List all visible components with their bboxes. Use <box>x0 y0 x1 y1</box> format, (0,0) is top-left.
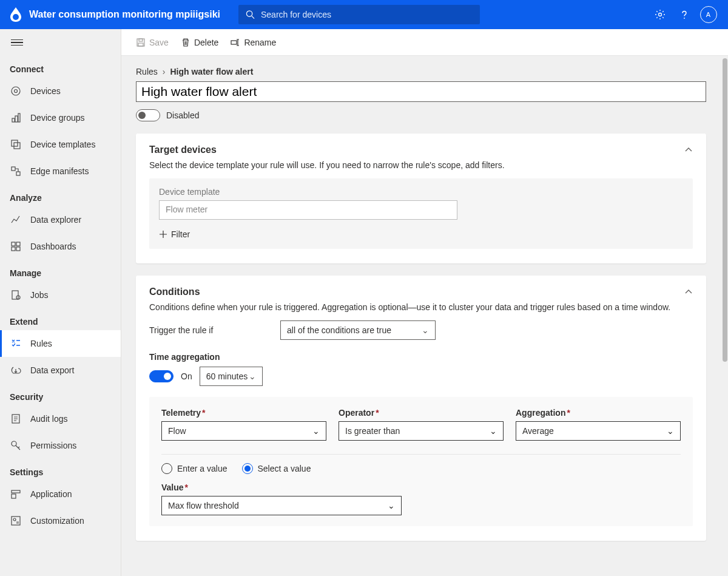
chevron-down-icon: ⌄ <box>388 501 395 510</box>
sidebar-item-edge-manifests[interactable]: Edge manifests <box>0 158 121 185</box>
sidebar-item-data-explorer[interactable]: Data explorer <box>0 206 121 233</box>
chevron-down-icon: ⌄ <box>312 426 320 436</box>
sidebar-item-application[interactable]: Application <box>0 481 121 507</box>
sidebar-item-rules[interactable]: Rules <box>0 330 121 357</box>
nav-section-manage: Manage <box>0 260 121 282</box>
nav-label: Application <box>30 489 72 499</box>
nav-label: Jobs <box>30 290 49 300</box>
time-aggregation-on-label: On <box>181 371 192 381</box>
svg-rect-16 <box>12 247 15 251</box>
search-icon <box>246 10 255 19</box>
help-button[interactable] <box>672 0 696 29</box>
sidebar: Connect Devices Device groups Device tem… <box>0 29 121 576</box>
sidebar-item-device-templates[interactable]: Device templates <box>0 131 121 158</box>
permissions-icon <box>10 439 22 452</box>
radio-icon <box>242 463 253 474</box>
filter-btn-label: Filter <box>171 229 190 239</box>
enabled-toggle[interactable] <box>136 109 160 121</box>
target-devices-card: Target devices Select the device templat… <box>136 134 706 263</box>
svg-rect-24 <box>12 517 20 525</box>
operator-select[interactable]: Is greater than ⌄ <box>339 421 504 441</box>
svg-point-5 <box>12 87 20 95</box>
select-value: all of the conditions are true <box>287 325 391 335</box>
settings-button[interactable] <box>648 0 672 29</box>
sidebar-item-audit-logs[interactable]: Audit logs <box>0 405 121 432</box>
gear-icon <box>655 9 666 20</box>
audit-logs-icon <box>10 413 22 425</box>
chevron-up-icon[interactable] <box>684 146 693 154</box>
time-window-select[interactable]: 60 minutes ⌄ <box>200 367 263 386</box>
aggregation-select[interactable]: Average ⌄ <box>516 421 681 441</box>
nav-section-security: Security <box>0 384 121 405</box>
svg-rect-8 <box>15 116 18 122</box>
select-value: Is greater than <box>345 426 400 436</box>
delete-icon <box>181 38 190 47</box>
trigger-mode-select[interactable]: all of the conditions are true ⌄ <box>280 320 436 340</box>
sidebar-item-jobs[interactable]: Jobs <box>0 282 121 308</box>
search-input[interactable] <box>260 9 473 20</box>
save-icon <box>136 38 146 47</box>
sidebar-item-customization[interactable]: Customization <box>0 507 121 534</box>
chevron-down-icon: ⌄ <box>490 426 497 436</box>
card-desc: Conditions define when your rule is trig… <box>149 302 693 312</box>
sidebar-item-device-groups[interactable]: Device groups <box>0 104 121 131</box>
sidebar-item-permissions[interactable]: Permissions <box>0 432 121 459</box>
sidebar-item-data-export[interactable]: Data export <box>0 357 121 384</box>
help-icon <box>679 9 690 20</box>
svg-rect-23 <box>12 494 16 498</box>
sidebar-item-devices[interactable]: Devices <box>0 78 121 104</box>
time-aggregation-toggle[interactable] <box>149 370 174 382</box>
svg-rect-11 <box>14 143 20 149</box>
hamburger-button[interactable] <box>11 38 23 48</box>
cmd-label: Save <box>149 38 169 47</box>
breadcrumb-current: High water flow alert <box>170 67 253 76</box>
nav-section-analyze: Analyze <box>0 185 121 206</box>
search-box[interactable] <box>238 5 480 24</box>
select-value-radio[interactable]: Select a value <box>242 463 311 474</box>
device-template-label: Device template <box>159 187 683 197</box>
chevron-up-icon[interactable] <box>684 288 693 296</box>
scrollbar[interactable] <box>722 29 728 576</box>
content-area: Rules › High water flow alert Disabled T… <box>121 56 728 576</box>
select-value: 60 minutes <box>206 371 248 381</box>
aggregation-label: Aggregation <box>516 408 565 418</box>
add-filter-button[interactable]: Filter <box>159 229 683 239</box>
app-title: Water consumption monitoring mpiiigsiki <box>29 9 220 20</box>
cmd-label: Delete <box>194 38 218 47</box>
main-column: Save Delete Rename Rules › High water fl… <box>121 29 728 576</box>
nav-label: Device groups <box>30 113 85 123</box>
nav-label: Dashboards <box>30 242 76 251</box>
select-value: Average <box>522 426 554 436</box>
device-templates-icon <box>10 138 22 151</box>
edge-manifests-icon <box>10 165 22 177</box>
breadcrumb: Rules › High water flow alert <box>136 67 706 76</box>
nav-label: Audit logs <box>30 414 67 424</box>
telemetry-select[interactable]: Flow ⌄ <box>161 421 326 441</box>
rule-name-input[interactable] <box>136 81 706 102</box>
enabled-toggle-label: Disabled <box>166 110 199 120</box>
conditions-card: Conditions Conditions define when your r… <box>136 276 706 541</box>
account-button[interactable]: A <box>696 0 721 29</box>
nav-label: Data explorer <box>30 215 81 225</box>
enter-value-radio[interactable]: Enter a value <box>161 463 228 474</box>
app-logo-icon <box>7 6 24 23</box>
nav-section-settings: Settings <box>0 459 121 481</box>
delete-button[interactable]: Delete <box>181 38 218 47</box>
nav-label: Devices <box>30 86 61 96</box>
radio-icon <box>161 463 172 474</box>
select-value: Max flow threshold <box>168 501 239 510</box>
svg-point-4 <box>684 18 685 19</box>
customization-icon <box>10 515 22 527</box>
breadcrumb-root[interactable]: Rules <box>136 67 158 76</box>
card-desc: Select the device template your rule wil… <box>149 160 693 170</box>
sidebar-item-dashboards[interactable]: Dashboards <box>0 233 121 260</box>
nav-label: Customization <box>30 516 84 526</box>
device-template-select[interactable]: Flow meter <box>159 200 457 220</box>
value-select[interactable]: Max flow threshold ⌄ <box>161 496 402 515</box>
nav-label: Device templates <box>30 140 95 149</box>
chevron-down-icon: ⌄ <box>249 371 256 381</box>
rename-button[interactable]: Rename <box>231 38 276 47</box>
nav-label: Permissions <box>30 441 76 450</box>
radio-label: Select a value <box>258 464 311 473</box>
svg-point-21 <box>12 441 16 446</box>
